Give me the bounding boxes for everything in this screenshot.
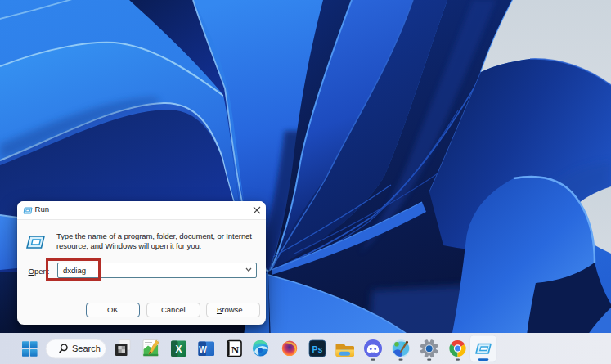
svg-text:N: N xyxy=(231,344,240,356)
svg-text:Search: Search xyxy=(72,344,101,353)
svg-text:Ps: Ps xyxy=(312,344,323,354)
svg-text:W: W xyxy=(199,345,207,354)
svg-text:X: X xyxy=(175,344,182,355)
